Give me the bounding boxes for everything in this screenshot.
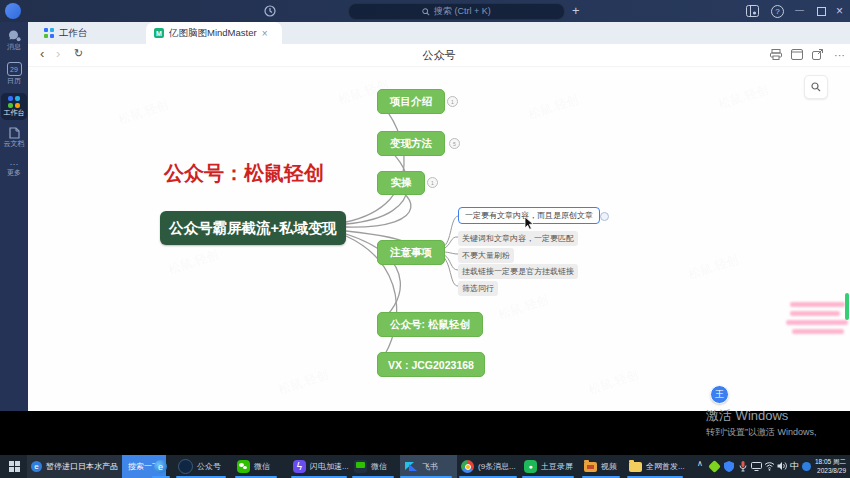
chat-bubble-icon bbox=[8, 30, 21, 42]
wifi-icon[interactable] bbox=[764, 461, 775, 471]
mindmap-branch-node[interactable]: VX : JCG2023168 bbox=[377, 352, 485, 377]
windows-taskbar: e 暂停进口日本水产品 搜索一下 e 公众号 微信 ϟ 闪电加速... 微信 bbox=[0, 455, 850, 478]
minimize-button[interactable]: — bbox=[795, 0, 804, 21]
mindmap-note[interactable]: 筛选同行 bbox=[458, 281, 498, 296]
chrome-icon bbox=[461, 460, 474, 473]
sidebar-item-label: 更多 bbox=[7, 168, 21, 177]
maximize-button[interactable] bbox=[817, 7, 826, 16]
tab-workbench[interactable]: 工作台 bbox=[36, 22, 147, 44]
tab-bar: 工作台 M 亿图脑图MindMaster × bbox=[28, 22, 850, 44]
mindmap-note[interactable]: 不要大量刷粉 bbox=[458, 248, 514, 263]
close-button[interactable]: × bbox=[836, 0, 843, 22]
mouse-cursor bbox=[524, 216, 535, 230]
tab-mindmaster[interactable]: M 亿图脑图MindMaster × bbox=[146, 22, 282, 44]
taskbar-app-label: 微信 bbox=[254, 461, 270, 472]
taskbar-app-label: 公众号 bbox=[197, 461, 221, 472]
taskbar-app-label: 飞书 bbox=[422, 461, 438, 472]
mindmap-note[interactable]: 挂载链接一定要是官方挂载链接 bbox=[458, 264, 578, 279]
sidebar-settings-icon[interactable] bbox=[746, 5, 759, 17]
taskbar-app-label: 视频 bbox=[601, 461, 617, 472]
shield-icon[interactable] bbox=[724, 461, 734, 472]
lightning-icon: ϟ bbox=[293, 460, 306, 473]
sidebar-item-calendar[interactable]: 29 日历 bbox=[0, 62, 28, 85]
mindmap-branch-node[interactable]: 公众号: 松鼠轻创 bbox=[377, 312, 483, 337]
tray-app-icon-blue[interactable] bbox=[802, 462, 811, 471]
taskbar-app-label: (9条消息... bbox=[478, 461, 516, 472]
sidebar-item-more[interactable]: ··· 更多 bbox=[0, 160, 28, 177]
sidebar-item-label: 日历 bbox=[7, 76, 21, 85]
pink-watermark bbox=[790, 311, 840, 316]
sidebar-item-label: 工作台 bbox=[4, 108, 25, 117]
tab-close-icon[interactable]: × bbox=[262, 28, 268, 39]
wechat-icon bbox=[237, 460, 250, 473]
start-button[interactable] bbox=[9, 461, 20, 472]
mindmap-central-node[interactable]: 公众号霸屏截流+私域变现 bbox=[160, 211, 346, 245]
scrollbar-thumb[interactable] bbox=[845, 293, 849, 320]
tab-label: 工作台 bbox=[59, 27, 88, 40]
taskbar-app-browser[interactable]: e bbox=[154, 455, 167, 478]
sidebar-item-docs[interactable]: 云文档 bbox=[0, 127, 28, 148]
app-sidebar: 消息 29 日历 工作台 云文档 ··· 更多 bbox=[0, 22, 28, 411]
history-icon[interactable] bbox=[263, 4, 277, 18]
tray-app-icon-green[interactable] bbox=[708, 460, 721, 473]
mindmap-branch-node[interactable]: 变现方法 bbox=[377, 131, 445, 156]
taskbar-app-wechat-window[interactable]: 微信 bbox=[354, 455, 387, 478]
taskbar-app-tudou[interactable]: ● 土豆录屏 bbox=[524, 455, 573, 478]
news-headline: 暂停进口日本水产品 bbox=[46, 461, 118, 472]
display-icon[interactable] bbox=[751, 462, 762, 471]
branch-count-badge[interactable]: 1 bbox=[427, 177, 438, 188]
gongzhonghao-icon bbox=[178, 459, 193, 474]
taskbar-app-wechat[interactable]: 微信 bbox=[237, 455, 270, 478]
taskbar-app-shandian[interactable]: ϟ 闪电加速... bbox=[293, 455, 349, 478]
branch-count-badge[interactable]: 5 bbox=[449, 138, 460, 149]
speaker-icon[interactable] bbox=[777, 461, 788, 471]
global-search-input[interactable]: 搜索 (Ctrl + K) bbox=[348, 3, 565, 20]
browser-e-icon: e bbox=[31, 461, 42, 472]
mindmap-canvas[interactable]: ‹ › ↻ 公众号 ··· 松鼠.轻创 松鼠.轻创 松鼠.轻创 松鼠.轻创 松鼠… bbox=[28, 44, 850, 411]
node-handle-dot[interactable] bbox=[600, 212, 609, 221]
tray-collapse-chevron[interactable]: ∧ bbox=[697, 459, 703, 468]
taskbar-app-folder[interactable]: 全网首发... bbox=[629, 455, 685, 478]
mindmap-branch-node[interactable]: 实操 bbox=[377, 171, 425, 195]
tab-label: 亿图脑图MindMaster bbox=[169, 27, 257, 40]
microphone-icon[interactable] bbox=[739, 461, 747, 472]
sidebar-item-workbench[interactable]: 工作台 bbox=[1, 93, 27, 120]
feishu-icon bbox=[405, 460, 418, 473]
folder-icon bbox=[584, 462, 597, 472]
taskbar-app-feishu[interactable]: 飞书 bbox=[400, 455, 457, 478]
canvas-search-button[interactable] bbox=[804, 75, 828, 99]
sidebar-item-label: 消息 bbox=[7, 42, 21, 51]
taskbar-app-chrome[interactable]: (9条消息... bbox=[461, 455, 516, 478]
search-icon bbox=[422, 8, 430, 16]
taskbar-app-gongzhonghao[interactable]: 公众号 bbox=[178, 455, 221, 478]
sidebar-item-label: 云文档 bbox=[4, 139, 25, 148]
folder-icon bbox=[629, 462, 642, 472]
mindmaster-favicon: M bbox=[154, 28, 164, 38]
taskbar-clock[interactable]: 18:05 周二 2023/8/29 bbox=[812, 458, 846, 475]
workbench-grid-icon bbox=[8, 96, 20, 108]
ime-indicator[interactable]: 中 bbox=[790, 460, 799, 473]
taskbar-app-label: 全网首发... bbox=[646, 461, 685, 472]
workbench-grid-icon bbox=[44, 28, 54, 38]
mindmap-branch-node[interactable]: 注意事项 bbox=[377, 240, 445, 265]
app-logo-avatar[interactable] bbox=[5, 3, 21, 19]
new-tab-button[interactable]: + bbox=[572, 0, 580, 22]
branch-count-badge[interactable]: 1 bbox=[447, 96, 458, 107]
wechat-window-icon bbox=[354, 460, 367, 473]
pink-watermark bbox=[792, 329, 844, 334]
calendar-icon: 29 bbox=[7, 62, 22, 76]
mindmap-note[interactable]: 关键词和文章内容，一定要匹配 bbox=[458, 231, 578, 246]
taskbar-app-label: 微信 bbox=[371, 461, 387, 472]
taskbar-app-label: 闪电加速... bbox=[310, 461, 349, 472]
browser-circle-icon: e bbox=[154, 460, 167, 473]
windows-activation-watermark: 激活 Windows 转到“设置”以激活 Windows, bbox=[706, 407, 817, 439]
pink-watermark bbox=[786, 320, 848, 325]
mindmap-branch-node[interactable]: 项目介绍 bbox=[377, 89, 445, 114]
news-search-widget[interactable]: e 暂停进口日本水产品 搜索一下 bbox=[27, 455, 166, 478]
sidebar-item-messages[interactable]: 消息 bbox=[0, 30, 28, 51]
ellipsis-icon: ··· bbox=[10, 160, 19, 168]
taskbar-app-label: 土豆录屏 bbox=[541, 461, 573, 472]
taskbar-app-video-folder[interactable]: 视频 bbox=[584, 455, 617, 478]
help-icon[interactable]: ? bbox=[771, 5, 784, 18]
user-avatar-badge[interactable]: 王 bbox=[710, 385, 729, 404]
